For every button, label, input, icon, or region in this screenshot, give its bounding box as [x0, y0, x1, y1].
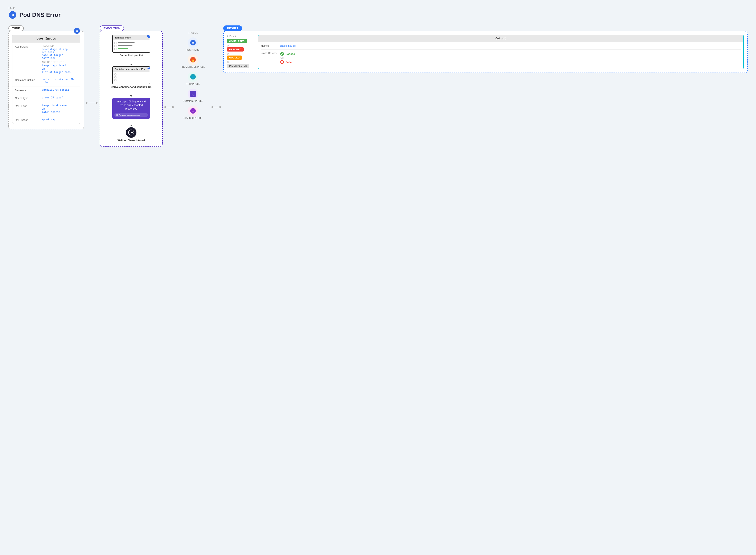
execution-badge: EXECUTION: [100, 26, 163, 31]
step2-label: Derive container and sandbox IDs: [111, 86, 151, 89]
probe-prometheus: 🔥 PROMETHEUS PROBE: [176, 54, 210, 68]
dns-error-values: target host names OR match scheme: [42, 104, 78, 114]
status-column: STATUS COMPLETED OR ERRORED OR QUEUED OR…: [227, 35, 254, 69]
svg-text:!: !: [117, 115, 117, 116]
result-badge: RESULT: [223, 26, 748, 31]
container-runtime-values: docker , container ID crio: [42, 78, 78, 84]
k8s-probe-icon: ⎈: [188, 37, 198, 48]
x-icon: [280, 60, 284, 64]
step1-card-header: Targeted Pods: [113, 35, 150, 40]
output-header: Output: [258, 35, 743, 42]
output-body: Metrics chaos metrics Probe Results: [258, 42, 743, 69]
prometheus-probe-label: PROMETHEUS PROBE: [181, 66, 205, 68]
sequence-values: parallel OR serial: [42, 89, 78, 91]
probe-http: 🌐 HTTP PROBE: [176, 72, 210, 85]
targeted-pods-card: ⎈ Targeted Pods: [112, 35, 150, 53]
command-probe-label: COMMAND PROBE: [183, 100, 203, 102]
status-completed: COMPLETED: [227, 39, 247, 43]
result-content: STATUS COMPLETED OR ERRORED OR QUEUED OR…: [227, 35, 744, 69]
page-header: Fault ⎈ Pod DNS Error: [8, 6, 748, 19]
step2-arrow: [131, 89, 131, 96]
probe-k8s: ⎈ K8S PROBE: [176, 37, 210, 51]
probes-section: PROBES ⎈ K8S PROBE 🔥 PROMETHEUS PROBE: [176, 26, 210, 146]
svg-text:⎈: ⎈: [76, 29, 78, 33]
input-row-dns-spoof: DNS Spoof spoof map: [12, 116, 80, 124]
step4-label: Wait for Chaos Interval: [118, 139, 145, 142]
result-failed: Failed: [280, 60, 295, 64]
chaos-type-values: error OR spoof: [42, 96, 78, 99]
app-details-label: App Details: [15, 45, 40, 48]
svg-text:🌐: 🌐: [191, 75, 195, 78]
dns-spoof-label: DNS Spoof: [15, 118, 40, 122]
privilege-icon: !: [116, 114, 118, 116]
metrics-label: Metrics: [261, 44, 277, 47]
step-dns-intercept: Intercepts DNS query and return error/ s…: [112, 98, 150, 125]
result-passed: Passed: [280, 52, 295, 56]
step-wait-chaos: Wait for Chaos Interval: [118, 127, 145, 143]
arrow-probes-result: [210, 68, 223, 146]
svg-text:♾: ♾: [192, 110, 194, 113]
check-icon: [280, 52, 284, 56]
step3-arrow: [131, 119, 131, 125]
prometheus-probe-icon: 🔥: [188, 54, 198, 65]
svg-text:🔥: 🔥: [191, 58, 195, 62]
step-container-sandbox: DNS Container and sandbox IDs: [111, 66, 151, 96]
step1-card-body: [113, 40, 150, 52]
probe-result-values: Passed OR Failed: [280, 52, 295, 64]
dns-spoof-values: spoof map: [42, 118, 78, 121]
srm-probe-label: SRM SLO PROBE: [183, 117, 202, 119]
execution-section: EXECUTION ⎈ Targeted Pods: [100, 26, 163, 146]
srm-probe-icon: ♾: [188, 105, 198, 116]
output-row-metrics: Metrics chaos metrics: [261, 44, 741, 50]
input-row-container-runtime: Container runtime docker , container ID …: [12, 76, 80, 86]
tune-k8s-icon: ⎈: [74, 28, 80, 35]
fault-label: Fault: [8, 6, 748, 9]
privilege-badge: ! Privilege access required: [115, 113, 148, 117]
status-errored: ERRORED: [227, 47, 244, 51]
tune-box: ⎈ User Inputs App Details REQUIRED perce…: [8, 31, 84, 129]
probe-command: >_ COMMAND PROBE: [176, 89, 210, 102]
step-targeted-pods: ⎈ Targeted Pods: [112, 35, 150, 64]
http-probe-label: HTTP PROBE: [186, 83, 201, 85]
input-row-dns-error: DNS Error target host names OR match sch…: [12, 102, 80, 116]
step1-k8s-icon: ⎈: [147, 35, 150, 39]
clock-icon: [126, 127, 136, 138]
svg-text:⎈: ⎈: [192, 41, 194, 44]
dns-intercept-card: Intercepts DNS query and return error/ s…: [112, 98, 150, 119]
user-inputs-card: User Inputs App Details REQUIRED percent…: [12, 35, 80, 124]
execution-flow: ⎈ Targeted Pods: [103, 35, 159, 143]
result-box: STATUS COMPLETED OR ERRORED OR QUEUED OR…: [223, 31, 748, 73]
user-inputs-header: User Inputs: [12, 35, 80, 42]
probe-srm-slo: ♾ SRM SLO PROBE: [176, 105, 210, 119]
probe-results-label: Probe Results: [261, 52, 277, 55]
sequence-label: Sequence: [15, 89, 40, 92]
svg-text:⎈: ⎈: [149, 35, 150, 37]
page-title: ⎈ Pod DNS Error: [8, 11, 748, 19]
svg-text:>_: >_: [191, 93, 194, 95]
k8s-probe-label: K8S PROBE: [186, 49, 199, 51]
privilege-text: Privilege access required: [119, 114, 140, 116]
dns-intercept-text: Intercepts DNS query and return error/ s…: [113, 98, 150, 112]
app-details-values: REQUIRED percentage of app replicas name…: [42, 45, 78, 74]
tune-badge: TUNE: [8, 26, 84, 31]
status-queued: QUEUED: [227, 55, 242, 60]
clock-svg: [128, 129, 134, 136]
input-row-chaos-type: Chaos Type error OR spoof: [12, 94, 80, 102]
command-probe-icon: >_: [188, 89, 198, 99]
status-incompleted: INCOMPLETED: [227, 64, 249, 68]
execution-box: ⎈ Targeted Pods: [100, 31, 163, 146]
step2-card-body: [113, 72, 150, 84]
diagram: TUNE ⎈ User Inputs App Details REQUIRED …: [8, 26, 748, 146]
step2-card-header: Container and sandbox IDs: [113, 67, 150, 72]
privilege-container: ! Privilege access required: [113, 113, 150, 118]
svg-text:DNS: DNS: [147, 66, 150, 68]
metrics-value: chaos metrics: [280, 44, 296, 47]
step1-label: Derive final pod list: [120, 54, 143, 57]
k8s-icon-large: ⎈: [8, 11, 17, 19]
arrow-tune-execution: [84, 59, 100, 146]
status-or-3: OR: [227, 61, 254, 63]
chaos-type-label: Chaos Type: [15, 96, 40, 100]
arrow-execution-probes: [163, 68, 176, 146]
svg-text:⎈: ⎈: [11, 13, 14, 17]
tune-section: TUNE ⎈ User Inputs App Details REQUIRED …: [8, 26, 84, 146]
